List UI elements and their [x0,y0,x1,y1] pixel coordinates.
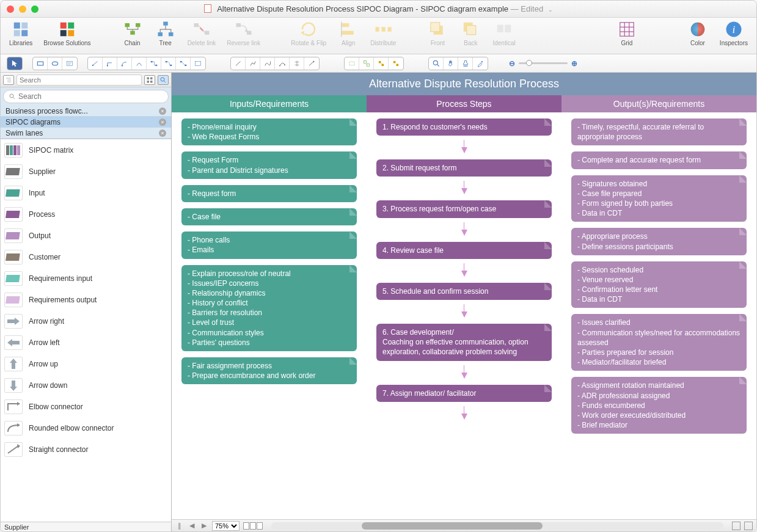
conn-7[interactable] [176,57,191,70]
libraries-button[interactable]: Libraries [9,20,32,46]
line-1[interactable] [231,57,246,70]
conn-6[interactable] [161,57,176,70]
diagram-box[interactable]: - Phone calls - Emails [181,231,357,258]
next-page-icon[interactable]: ▶ [200,522,208,530]
tree-button[interactable]: Tree [155,20,177,46]
shape-item[interactable]: SIPOC matrix [1,139,171,161]
library-item[interactable]: SIPOC diagrams× [1,117,171,128]
shape-item[interactable]: Requirements input [1,268,171,289]
conn-4[interactable] [132,57,147,70]
diagram-box[interactable]: 6. Case development/ Coaching on effecti… [376,324,552,361]
search-input[interactable] [3,90,169,103]
delete-link-button[interactable]: Delete link [188,20,216,46]
back-button[interactable]: Back [459,20,481,46]
diagram-box[interactable]: - Issues clarified - Communication style… [571,314,747,371]
shape-item[interactable]: Supplier [1,161,171,182]
conn-5[interactable] [147,57,161,70]
conn-2[interactable] [103,57,117,70]
close-icon[interactable]: × [159,129,166,137]
shape-item[interactable]: Arrow left [1,332,171,353]
line-6[interactable] [304,57,319,70]
line-2[interactable] [246,57,260,70]
diagram-box[interactable]: - Complete and accurate request form [571,151,747,169]
text-tool[interactable] [62,57,77,70]
reverse-link-button[interactable]: Reverse link [227,20,260,46]
diagram-box[interactable]: 5. Schedule and confirm session [376,283,552,300]
eyedrop-tool[interactable] [473,57,488,70]
conn-3[interactable] [117,57,132,70]
search-toggle-icon[interactable] [158,75,169,85]
ellipse-tool[interactable] [48,57,62,70]
align-button[interactable]: Align [337,20,359,46]
corner-icon-2[interactable] [744,522,753,530]
front-button[interactable]: Front [426,20,448,46]
library-item[interactable]: Swim lanes× [1,128,171,139]
shape-item[interactable]: Rounded elbow connector [1,417,171,439]
sidebar-filter-input[interactable] [16,75,142,86]
diagram-box[interactable]: 1. Respond to customer's needs [376,118,552,136]
line-5[interactable] [290,57,304,70]
line-3[interactable] [260,57,275,70]
conn-1[interactable] [88,57,103,70]
tree-view-icon[interactable] [3,75,14,85]
diagram-box[interactable]: - Appropriare process - Define sessions … [571,228,747,255]
browse-solutions-button[interactable]: Browse Solutions [43,20,90,46]
line-4[interactable] [275,57,290,70]
zoom-out-icon[interactable]: ⊖ [509,59,515,68]
conn-8[interactable] [191,57,205,70]
distribute-button[interactable]: Distribute [370,20,396,46]
diagram-box[interactable]: - Session scheduled - Venue reserved - C… [571,261,747,308]
diagram-box[interactable]: - Assignment rotation maintained - ADR p… [571,377,747,434]
diagram-box[interactable]: - Timely, respectful, accurate referral … [571,118,747,145]
color-button[interactable]: Color [687,20,709,46]
smart-4[interactable] [389,57,403,70]
diagram-box[interactable]: 2. Submit request form [376,159,552,177]
chevron-down-icon[interactable]: ⌄ [548,7,553,13]
library-item[interactable]: Business process flowc...× [1,106,171,117]
pointer-tool[interactable] [7,57,22,70]
shape-item[interactable]: Requirements output [1,289,171,310]
canvas[interactable]: Alternative Dispute Resolution Process I… [172,73,756,519]
smart-1[interactable] [345,57,359,70]
chain-button[interactable]: Chain [122,20,144,46]
grid-view-icon[interactable] [144,75,155,85]
shape-item[interactable]: Output [1,225,171,246]
zoom-track[interactable] [519,62,568,64]
diagram-box[interactable]: - Phone/email inquiry - Web Request Form… [181,118,357,145]
shape-item[interactable]: Arrow down [1,374,171,396]
diagram-box[interactable]: 7. Assign mediator/ facilitator [376,385,552,402]
pause-icon[interactable]: ‖ [175,522,184,530]
shape-item[interactable]: Process [1,203,171,225]
diagram-box[interactable]: - Explain process/role of neutral - Issu… [181,265,357,352]
smart-3[interactable] [374,57,389,70]
zoom-select[interactable]: 75% [212,521,240,531]
diagram-box[interactable]: - Request form [181,185,357,202]
horizontal-scrollbar[interactable] [271,522,723,530]
rect-tool[interactable] [33,57,48,70]
grid-button[interactable]: Grid [616,20,638,46]
diagram-box[interactable]: 3. Process request form/open case [376,200,552,217]
inspectors-button[interactable]: i Inspectors [720,20,748,46]
close-icon[interactable]: × [159,107,166,115]
zoom-in-icon[interactable]: ⊕ [571,59,577,68]
diagram-box[interactable]: 4. Review case file [376,242,552,259]
shape-item[interactable]: Input [1,182,171,203]
hand-tool[interactable] [444,57,458,70]
rotate-flip-button[interactable]: Rotate & Flip [291,20,326,46]
page-icons[interactable] [243,522,263,530]
prev-page-icon[interactable]: ◀ [188,522,196,530]
stamp-tool[interactable] [458,57,473,70]
smart-2[interactable] [359,57,374,70]
zoom-slider[interactable]: ⊖ ⊕ [509,59,577,68]
identical-button[interactable]: Identical [492,20,515,46]
shape-item[interactable]: Customer [1,246,171,268]
shape-item[interactable]: Arrow up [1,353,171,374]
diagram-box[interactable]: - Case file [181,208,357,225]
magnify-tool[interactable] [429,57,444,70]
close-icon[interactable]: × [159,118,166,126]
diagram-box[interactable]: - Request Form - Parent and District sig… [181,151,357,178]
corner-icon-1[interactable] [732,522,741,530]
shape-item[interactable]: Straight connector [1,439,171,460]
shape-item[interactable]: Arrow right [1,310,171,332]
diagram-box[interactable]: - Signatures obtained - Case file prepar… [571,175,747,222]
